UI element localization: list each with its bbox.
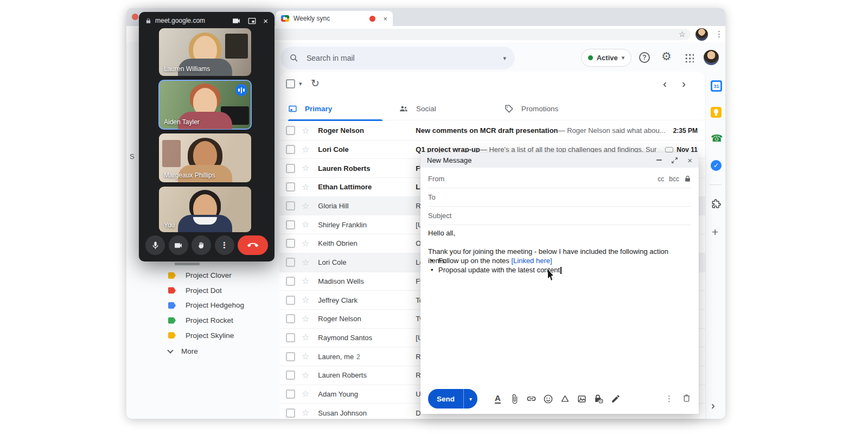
linked-here-link[interactable]: [Linked here] — [511, 257, 552, 265]
window-close-traffic-light[interactable] — [132, 14, 138, 20]
select-all-checkbox[interactable] — [286, 79, 295, 88]
subject-field[interactable]: Subject — [428, 207, 691, 225]
select-caret-icon[interactable]: ▾ — [299, 80, 302, 87]
insert-link-icon[interactable] — [526, 394, 537, 404]
raise-hand-button[interactable] — [192, 235, 211, 255]
refresh-icon[interactable]: ↻ — [311, 77, 320, 90]
pip-icon[interactable] — [248, 17, 256, 25]
participant-tile[interactable]: You — [159, 187, 251, 232]
browser-menu-icon[interactable]: ⋮ — [715, 29, 723, 39]
row-checkbox[interactable] — [286, 145, 295, 154]
row-checkbox[interactable] — [286, 333, 295, 342]
row-checkbox[interactable] — [286, 220, 295, 229]
row-checkbox[interactable] — [286, 314, 295, 323]
star-icon[interactable]: ☆ — [302, 277, 309, 285]
confidential-mode-icon[interactable] — [593, 394, 604, 404]
row-checkbox[interactable] — [286, 258, 295, 267]
sidebar-label-item[interactable]: Project Hedgehog — [168, 298, 277, 313]
star-icon[interactable]: ☆ — [302, 164, 309, 173]
star-icon[interactable]: ☆ — [302, 371, 309, 380]
compose-body[interactable]: Hello all, Thank you for joining the mee… — [428, 228, 688, 238]
side-panel-chevron-icon[interactable]: › — [711, 399, 715, 412]
tab-primary[interactable]: Primary — [288, 97, 332, 120]
cc-toggle[interactable]: cc — [658, 175, 664, 183]
compose-header[interactable]: New Message × — [420, 152, 699, 168]
from-field[interactable]: From cc bcc — [428, 170, 691, 188]
participant-tile[interactable]: Margeaux Phillips — [159, 133, 251, 182]
search-options-caret-icon[interactable]: ▾ — [503, 55, 506, 62]
mic-button[interactable] — [145, 235, 165, 255]
drive-icon[interactable] — [560, 394, 570, 404]
get-addons-plus-icon[interactable]: + — [712, 226, 718, 239]
row-checkbox[interactable] — [286, 409, 295, 418]
star-icon[interactable]: ☆ — [302, 333, 309, 342]
insert-image-icon[interactable] — [577, 394, 587, 404]
tab-close-icon[interactable]: × — [383, 15, 387, 23]
sidebar-label-item[interactable]: Project Rocket — [168, 313, 277, 328]
end-call-button[interactable] — [238, 235, 268, 255]
bcc-toggle[interactable]: bcc — [669, 175, 679, 183]
star-icon[interactable]: ☆ — [302, 352, 309, 361]
star-icon[interactable]: ☆ — [302, 202, 309, 210]
star-icon[interactable]: ☆ — [302, 126, 309, 135]
star-icon[interactable]: ☆ — [302, 296, 309, 304]
row-checkbox[interactable] — [286, 277, 295, 286]
camera-icon[interactable] — [232, 16, 241, 25]
row-checkbox[interactable] — [286, 239, 295, 248]
meet-close-icon[interactable]: × — [263, 17, 268, 25]
meet-title-bar[interactable]: meet.google.com × — [139, 12, 275, 29]
star-icon[interactable]: ☆ — [302, 409, 309, 417]
more-options-icon[interactable]: ⋮ — [665, 394, 673, 404]
gmail-account-avatar[interactable] — [704, 50, 719, 65]
row-checkbox[interactable] — [286, 182, 295, 192]
sidebar-item-more[interactable]: More — [168, 344, 198, 359]
formatting-icon[interactable]: A — [493, 394, 503, 404]
sidebar-label-item[interactable]: Project Dot — [168, 283, 277, 298]
apps-grid-icon[interactable] — [685, 53, 694, 62]
star-icon[interactable]: ☆ — [302, 145, 309, 154]
row-checkbox[interactable] — [286, 390, 295, 399]
discard-draft-trash-icon[interactable] — [682, 393, 691, 405]
star-icon[interactable]: ☆ — [302, 220, 309, 229]
star-icon[interactable]: ☆ — [302, 183, 309, 192]
tab-social[interactable]: Social — [399, 97, 436, 120]
address-pill[interactable] — [262, 29, 691, 40]
sidebar-label-item[interactable]: Project Skyline — [168, 328, 277, 343]
keep-icon[interactable] — [711, 107, 722, 118]
search-input[interactable]: Search in mail ▾ — [280, 47, 515, 69]
send-button[interactable]: Send ▾ — [428, 389, 477, 409]
calendar-icon[interactable]: 31 — [711, 80, 722, 92]
voice-phone-icon[interactable]: ☎ — [711, 132, 723, 144]
help-icon[interactable]: ? — [639, 52, 650, 63]
camera-button[interactable] — [169, 235, 188, 255]
status-selector[interactable]: Active ▾ — [581, 49, 631, 67]
participant-tile[interactable]: Aiden Tayler — [159, 80, 251, 129]
email-row[interactable]: ☆ Roger Nelson New comments on MCR draft… — [279, 122, 705, 141]
row-checkbox[interactable] — [286, 352, 295, 361]
newer-page-icon[interactable]: ‹ — [663, 77, 667, 90]
send-options-caret-icon[interactable]: ▾ — [463, 389, 477, 409]
browser-tab-weekly-sync[interactable]: Weekly sync × — [276, 11, 393, 26]
star-icon[interactable]: ☆ — [302, 390, 309, 398]
bookmark-star-icon[interactable]: ☆ — [679, 30, 686, 39]
attach-file-icon[interactable] — [509, 394, 520, 404]
row-checkbox[interactable] — [286, 371, 295, 380]
sidebar-label-item[interactable]: Project Clover — [168, 268, 277, 283]
more-options-button[interactable]: ⋮ — [215, 235, 234, 255]
settings-gear-icon[interactable]: ⚙ — [661, 50, 672, 63]
tab-promotions[interactable]: Promotions — [505, 97, 558, 120]
row-checkbox[interactable] — [286, 296, 295, 305]
star-icon[interactable]: ☆ — [302, 315, 309, 323]
addons-puzzle-icon[interactable] — [711, 199, 722, 212]
participant-tile[interactable]: Lauren Williams — [159, 28, 251, 76]
row-checkbox[interactable] — [286, 126, 295, 135]
pop-out-icon[interactable] — [671, 157, 678, 164]
star-icon[interactable]: ☆ — [302, 239, 309, 248]
row-checkbox[interactable] — [286, 201, 295, 210]
to-field[interactable]: To — [428, 188, 691, 207]
older-page-icon[interactable]: › — [682, 77, 686, 90]
emoji-icon[interactable] — [543, 394, 553, 404]
star-icon[interactable]: ☆ — [302, 258, 309, 267]
browser-profile-avatar[interactable] — [695, 28, 708, 41]
signature-pen-icon[interactable] — [610, 394, 621, 404]
